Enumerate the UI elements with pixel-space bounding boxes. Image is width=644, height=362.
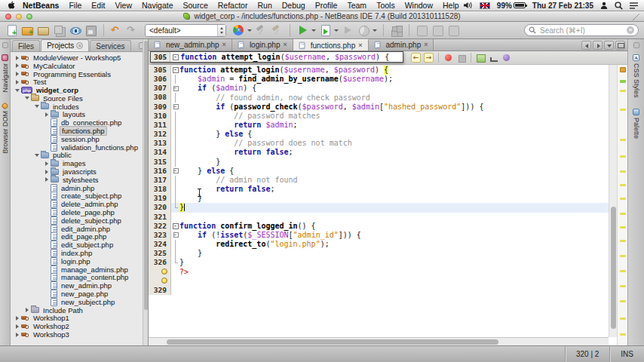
expanded-arrow-icon[interactable] [14, 86, 21, 94]
menu-item-source[interactable]: Source [182, 1, 207, 10]
gutter-line-number[interactable]: 307 [149, 84, 171, 93]
menu-item-run[interactable]: Run [257, 1, 271, 10]
code-line-content[interactable]: return false; [171, 185, 609, 194]
notification-center-icon[interactable] [630, 2, 638, 9]
menu-item-debug[interactable]: Debug [282, 1, 305, 10]
tree-item-widget-corp[interactable]: widget_corp [11, 86, 148, 94]
gutter-line-number[interactable]: 329 [149, 286, 171, 295]
new-project-button[interactable] [20, 23, 35, 38]
vscrollbar-thumb[interactable] [611, 207, 616, 329]
new-file-button[interactable] [5, 23, 19, 38]
code-line-312[interactable]: 312 } else { [149, 130, 609, 139]
menu-item-profile[interactable]: Profile [315, 1, 338, 10]
fold-margin-marker[interactable] [171, 75, 179, 84]
run-dropdown-icon[interactable] [311, 23, 317, 38]
fold-margin-marker[interactable] [171, 84, 179, 93]
tree-item-mycalculator[interactable]: MyCalculator [11, 62, 148, 70]
fold-margin-marker[interactable] [171, 112, 179, 121]
stripe-warning-mark[interactable] [620, 198, 626, 200]
fold-margin-marker[interactable] [171, 103, 179, 112]
browser-button[interactable] [232, 23, 246, 38]
gutter-line-number[interactable]: 318 [149, 185, 171, 194]
gutter-line-number[interactable]: 313 [149, 139, 171, 148]
misc-1-button[interactable] [415, 23, 429, 38]
tab-list-dropdown-button[interactable] [604, 41, 614, 50]
menu-item-team[interactable]: Team [347, 1, 366, 10]
clean-button[interactable] [270, 23, 284, 38]
config-select[interactable]: <default> [145, 24, 226, 37]
fold-margin-marker[interactable] [171, 139, 179, 148]
menu-item-netbeans[interactable]: NetBeans [23, 1, 59, 10]
panel-tab-services[interactable]: Services [90, 40, 130, 51]
fold-margin-marker[interactable] [171, 130, 179, 139]
collapsed-arrow-icon[interactable] [14, 70, 21, 78]
fold-margin-marker[interactable] [171, 249, 179, 258]
tree-item-source-files[interactable]: Source Files [11, 94, 148, 103]
collapse-dock-button[interactable] [2, 42, 8, 48]
close-tab-icon[interactable]: × [358, 42, 362, 49]
debug-dropdown-icon[interactable] [334, 23, 339, 38]
collapsed-arrow-icon[interactable] [44, 159, 51, 167]
fold-margin-marker[interactable] [171, 66, 179, 75]
code-line[interactable] [149, 277, 609, 286]
fold-margin-marker[interactable] [171, 185, 179, 194]
code-line-content[interactable]: if (!isset($_SESSION["admin_id"])) { [171, 231, 609, 240]
code-editor[interactable]: 305function attempt_login($username, $pa… [149, 65, 627, 345]
tree-item-manage-admins-php[interactable]: manage_admins.php [11, 265, 148, 274]
tree-item-edit-admin-php[interactable]: edit_admin.php [11, 225, 148, 233]
tree-item-new-admin-php[interactable]: new_admin.php [11, 281, 148, 290]
gutter-line-number[interactable]: 311 [149, 121, 171, 130]
panel-tab-projects[interactable]: Projects× [41, 39, 89, 51]
dock-tab-css-styles[interactable]: ACSS Styles [633, 54, 640, 98]
stop-macro-recording-button[interactable] [456, 53, 466, 63]
gutter-line-number[interactable]: 312 [149, 130, 171, 139]
menu-item-help[interactable]: Help [443, 1, 459, 10]
close-window-button[interactable] [5, 14, 11, 20]
code-line-content[interactable]: if (password_check($password, $admin["ha… [171, 103, 609, 112]
stripe-warning-mark[interactable] [620, 270, 626, 272]
collapsed-arrow-icon[interactable] [24, 306, 31, 314]
tree-item-public[interactable]: public [11, 152, 148, 160]
menu-item-edit[interactable]: Edit [91, 1, 105, 10]
editor-tab-login-php[interactable]: login.php× [232, 39, 293, 51]
browser-dropdown-icon[interactable] [247, 23, 253, 38]
tree-item-javascripts[interactable]: javascripts [11, 167, 148, 176]
toggle-comment-button[interactable] [476, 53, 486, 63]
code-line-content[interactable]: // admin not found [171, 176, 609, 185]
gutter-line-number[interactable]: 314 [149, 148, 171, 157]
battery-indicator[interactable]: 99% [497, 2, 526, 10]
gutter-line-number[interactable]: 310 [149, 112, 171, 121]
tree-item-workshop1[interactable]: Workshop1 [11, 314, 148, 323]
gutter-line-number[interactable]: 322 [149, 222, 171, 231]
open-project-button[interactable] [36, 23, 51, 38]
tree-item-delete-subject-php[interactable]: delete_subject.php [11, 216, 148, 225]
scroll-tabs-left-button[interactable] [581, 41, 591, 50]
stripe-warning-mark[interactable] [620, 184, 626, 186]
menu-item-navigate[interactable]: Navigate [142, 1, 173, 10]
code-line-313[interactable]: 313 // password does not match [149, 139, 609, 148]
shift-line-right-button[interactable]: → [424, 53, 434, 63]
code-line-content[interactable]: function confirm_logged_in() { [171, 222, 609, 231]
code-line-318[interactable]: 318 return false; [149, 185, 609, 194]
debug-button[interactable] [318, 23, 333, 38]
code-line-content[interactable]: // password does not match [171, 139, 609, 148]
code-line-content[interactable]: function attempt_login($username, $passw… [171, 66, 609, 75]
code-line-content[interactable]: } [171, 203, 609, 212]
code-line-content[interactable]: return $admin; [171, 121, 609, 130]
code-line-content[interactable]: redirect_to("login.php"); [171, 240, 609, 249]
code-line-320[interactable]: 320} [149, 203, 609, 212]
fold-margin-marker[interactable] [171, 258, 179, 267]
collapsed-arrow-icon[interactable] [14, 78, 21, 86]
stripe-warning-mark[interactable] [620, 109, 626, 111]
misc-2-button[interactable] [431, 23, 445, 38]
shift-line-left-button[interactable]: ← [411, 53, 421, 63]
tree-item-new-subject-php[interactable]: new_subject.php [11, 298, 148, 306]
tree-item-delete-admin-php[interactable]: delete_admin.php [11, 200, 148, 208]
fold-margin-marker[interactable] [171, 158, 179, 167]
close-tab-icon[interactable]: × [76, 42, 83, 49]
stripe-warning-mark[interactable] [620, 90, 626, 92]
tree-item-session-php[interactable]: session.php [11, 135, 148, 143]
warning-bulb-icon[interactable] [161, 278, 167, 284]
code-line-306[interactable]: 306 $admin = find_admin_by_username($use… [149, 75, 609, 84]
code-line-content[interactable] [171, 277, 609, 286]
